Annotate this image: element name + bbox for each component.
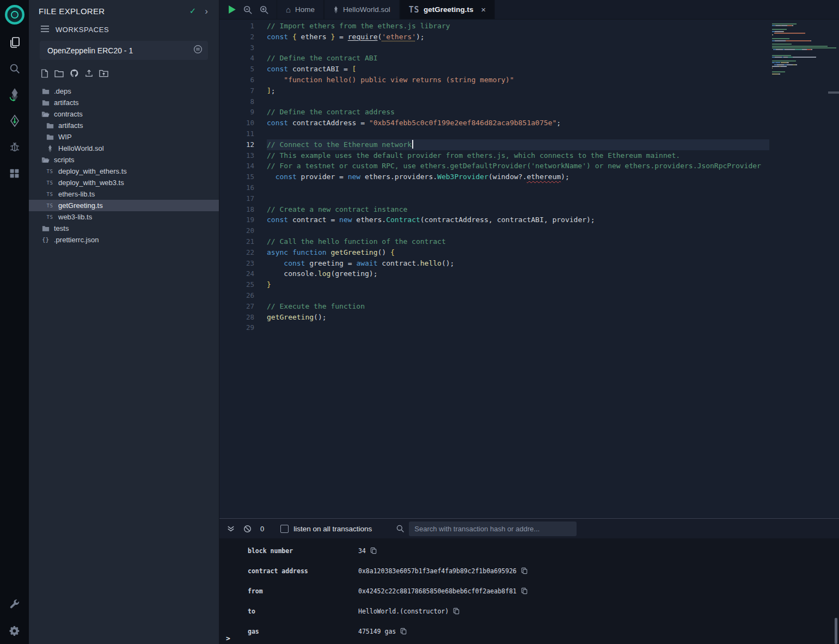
file-tree-item-tests[interactable]: tests	[29, 223, 219, 234]
terminal-search-input[interactable]	[409, 522, 577, 536]
solidity-compiler-icon[interactable]	[0, 82, 29, 108]
hamburger-menu-icon[interactable]	[41, 24, 49, 34]
workspace-selected-value: OpenZeppelin ERC20 - 1	[47, 46, 133, 55]
code-token: new	[348, 173, 360, 181]
editor-region: ⌂ Home HelloWorld.sol TS getGreeting.ts …	[219, 0, 839, 644]
workspace-options-icon[interactable]	[193, 45, 203, 56]
code-line-24[interactable]: console.log(greeting);	[267, 268, 769, 279]
copy-icon[interactable]	[453, 608, 460, 615]
code-line-19[interactable]: const contract = new ethers.Contract(con…	[267, 214, 769, 225]
copy-icon[interactable]	[370, 547, 377, 554]
copy-icon[interactable]	[521, 587, 528, 594]
code-token: // Connect to the Ethereum network	[267, 140, 412, 149]
code-line-7[interactable]: ];	[267, 85, 769, 96]
code-line-16[interactable]	[267, 182, 769, 193]
code-line-17[interactable]	[267, 193, 769, 204]
code-line-2[interactable]: const { ethers } = require('ethers');	[267, 32, 769, 42]
file-tree-item-getgreeting-ts[interactable]: TSgetGreeting.ts	[29, 200, 219, 211]
upload-folder-icon[interactable]	[99, 69, 108, 77]
search-icon[interactable]	[0, 56, 29, 82]
code-line-20[interactable]	[267, 225, 769, 236]
detail-value: 475149 gas	[358, 628, 396, 635]
code-line-14[interactable]: // For a testnet or custom RPC, use ethe…	[267, 161, 769, 171]
code-editor[interactable]: 1234567891011121314151617181920212223242…	[219, 20, 839, 518]
file-tree-item-helloworld-sol[interactable]: HelloWorld.sol	[29, 143, 219, 154]
line-number: 26	[219, 290, 254, 301]
code-line-4[interactable]: // Define the contract ABI	[267, 53, 769, 64]
file-tree-item-artifacts[interactable]: artifacts	[29, 97, 219, 108]
file-tree-item--deps[interactable]: .deps	[29, 85, 219, 97]
file-tree-item-wip[interactable]: WIP	[29, 131, 219, 143]
file-tree-item-deploy-with-web3-ts[interactable]: TSdeploy_with_web3.ts	[29, 177, 219, 188]
code-line-3[interactable]	[267, 42, 769, 53]
code-token: console.	[267, 269, 318, 278]
tab-getgreeting-ts[interactable]: TS getGreeting.ts ×	[400, 0, 495, 19]
code-line-18[interactable]: // Create a new contract instance	[267, 204, 769, 215]
zoom-in-icon[interactable]	[259, 5, 269, 15]
tools-icon[interactable]	[0, 592, 29, 618]
new-file-icon[interactable]	[41, 69, 48, 78]
tab-helloworld-sol[interactable]: HelloWorld.sol	[324, 0, 400, 19]
settings-gear-icon[interactable]	[0, 618, 29, 644]
code-token: ethers.	[352, 216, 387, 224]
code-line-29[interactable]	[267, 322, 769, 333]
code-line-21[interactable]: // Call the hello function of the contra…	[267, 236, 769, 247]
code-line-12[interactable]: // Connect to the Ethereum network	[267, 139, 769, 150]
copy-icon[interactable]	[400, 628, 407, 635]
code-line-8[interactable]	[267, 96, 769, 107]
github-icon[interactable]	[70, 69, 79, 78]
listen-all-transactions-checkbox[interactable]	[280, 525, 289, 533]
file-tree-item-ethers-lib-ts[interactable]: TSethers-lib.ts	[29, 188, 219, 200]
terminal-scrollbar[interactable]	[835, 618, 837, 644]
code-area[interactable]: // Import ethers from the ethers.js libr…	[267, 21, 769, 333]
transaction-detail-row: block number34	[219, 541, 839, 561]
close-tab-icon[interactable]: ×	[481, 5, 486, 14]
line-number: 18	[219, 204, 254, 215]
copy-icon[interactable]	[521, 567, 528, 574]
debugger-icon[interactable]	[0, 134, 29, 160]
code-line-27[interactable]: // Execute the function	[267, 301, 769, 312]
code-token: contractAddress =	[288, 119, 369, 127]
file-tree-item--prettierrc-json[interactable]: {}.prettierrc.json	[29, 234, 219, 246]
zoom-out-icon[interactable]	[243, 5, 253, 15]
code-line-5[interactable]: const contractABI = [	[267, 64, 769, 75]
file-explorer-icon[interactable]	[0, 29, 29, 56]
code-token: const	[267, 65, 288, 73]
accept-check-icon[interactable]: ✓	[189, 6, 197, 16]
clear-console-icon[interactable]	[243, 525, 252, 533]
workspace-select[interactable]: OpenZeppelin ERC20 - 1	[40, 41, 208, 60]
code-line-13[interactable]: // This example uses the default provide…	[267, 150, 769, 161]
code-line-1[interactable]: // Import ethers from the ethers.js libr…	[267, 21, 769, 32]
deploy-and-run-icon[interactable]	[0, 108, 29, 134]
code-token: ethers	[297, 33, 331, 41]
code-line-11[interactable]	[267, 128, 769, 139]
file-tree-item-scripts[interactable]: scripts	[29, 154, 219, 165]
new-folder-icon[interactable]	[54, 70, 64, 77]
typescript-file-icon: TS	[45, 192, 54, 197]
code-line-22[interactable]: async function getGreeting() {	[267, 247, 769, 258]
file-tree-item-web3-lib-ts[interactable]: TSweb3-lib.ts	[29, 211, 219, 223]
code-line-28[interactable]: getGreeting();	[267, 312, 769, 323]
plugin-manager-icon[interactable]	[0, 160, 29, 186]
code-line-26[interactable]	[267, 290, 769, 301]
code-line-23[interactable]: const greeting = await contract.hello();	[267, 258, 769, 269]
remix-logo[interactable]	[0, 0, 29, 29]
upload-file-icon[interactable]	[85, 69, 93, 77]
tab-home[interactable]: ⌂ Home	[277, 0, 324, 19]
chevron-right-icon[interactable]: ›	[205, 7, 208, 16]
minimap[interactable]	[772, 23, 836, 77]
run-script-button[interactable]	[228, 5, 236, 14]
code-line-15[interactable]: const provider = new ethers.providers.We…	[267, 171, 769, 182]
code-line-25[interactable]: }	[267, 279, 769, 290]
editor-scrollbar-indicator[interactable]	[828, 91, 839, 94]
terminal-prompt[interactable]: >	[226, 634, 230, 642]
line-number: 25	[219, 279, 254, 290]
file-tree-item-contracts[interactable]: contracts	[29, 108, 219, 120]
code-line-10[interactable]: const contractAddress = "0xb54febb5c0c0f…	[267, 118, 769, 128]
file-tree-item-deploy-with-ethers-ts[interactable]: TSdeploy_with_ethers.ts	[29, 165, 219, 177]
code-token: ]	[267, 87, 271, 95]
code-line-6[interactable]: "function hello() public view returns (s…	[267, 75, 769, 85]
file-tree-item-artifacts[interactable]: artifacts	[29, 120, 219, 131]
code-line-9[interactable]: // Define the contract address	[267, 107, 769, 118]
collapse-terminal-icon[interactable]	[227, 525, 235, 532]
